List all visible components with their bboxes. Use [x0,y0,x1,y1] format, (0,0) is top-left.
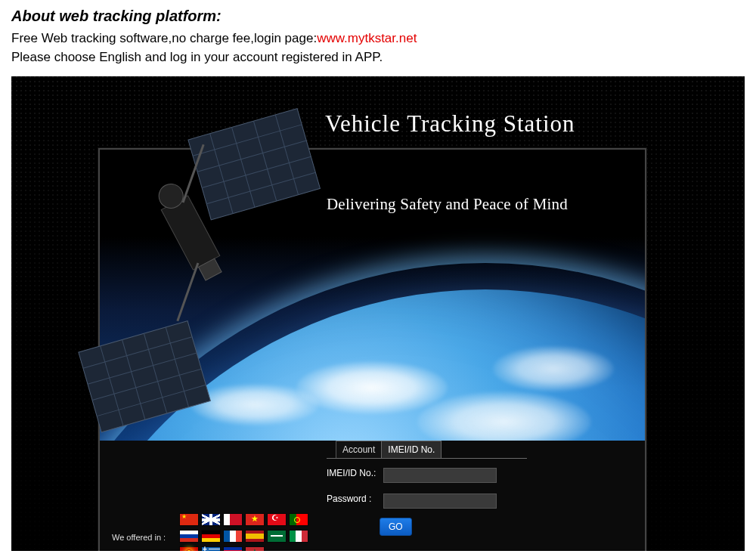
flag-pt[interactable] [290,514,308,525]
password-label: Password : [327,493,383,505]
imei-input[interactable] [383,468,497,483]
flag-gr[interactable] [202,547,220,551]
flag-es[interactable] [246,531,264,542]
go-button[interactable]: GO [380,518,412,536]
flag-ru[interactable] [180,531,198,542]
flag-gb[interactable] [202,514,220,525]
header-desc-prefix: Free Web tracking software,no charge fee… [11,31,317,45]
tab-imei[interactable]: IMEI/ID No. [382,441,442,459]
hero-image: Delivering Safety and Peace of Mind [100,150,645,441]
flag-mk[interactable] [180,547,198,551]
header-title: About web tracking platform: [11,8,745,25]
language-flags [180,514,308,551]
flag-de[interactable] [202,531,220,542]
login-page-link[interactable]: www.mytkstar.net [317,31,417,45]
flag-ma[interactable] [246,547,264,551]
imei-label: IMEI/ID No.: [327,468,383,479]
tab-account[interactable]: Account [336,441,382,459]
offered-label: We offered in : [112,533,166,542]
flag-kh[interactable] [224,547,242,551]
flag-cn[interactable] [180,514,198,525]
platform-frame: Vehicle Tracking Station Delivering Safe… [11,76,745,551]
flag-tr[interactable] [268,514,286,525]
flag-fr[interactable] [224,531,242,542]
flag-vn[interactable] [246,514,264,525]
flag-bh[interactable] [224,514,242,525]
login-panel: Delivering Safety and Peace of Mind [98,148,646,551]
header-instruction: Please choose English and log in your ac… [11,48,745,67]
page-subtitle: Delivering Safety and Peace of Mind [327,195,568,214]
password-input[interactable] [383,493,497,509]
flag-it[interactable] [290,531,308,542]
page-title: Vehicle Tracking Station [325,110,575,138]
flag-sa[interactable] [268,531,286,542]
